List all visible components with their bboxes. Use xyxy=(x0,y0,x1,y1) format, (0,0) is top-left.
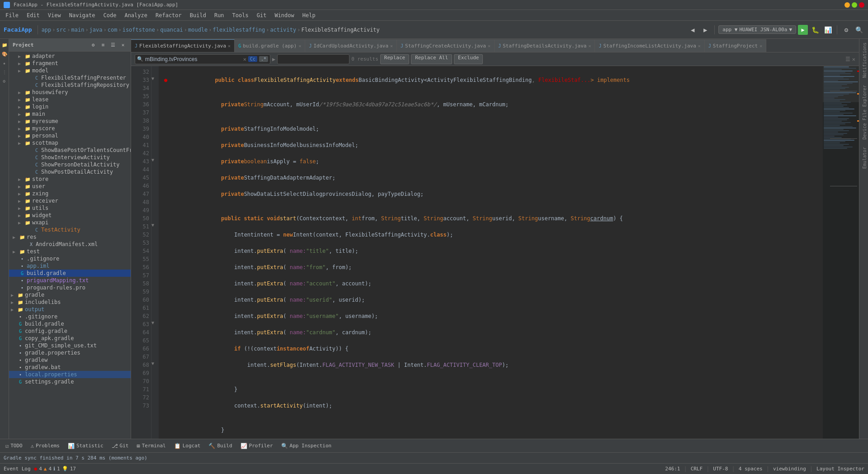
tab-flexible-staffing[interactable]: J FlexibleStaffingActivity.java ✕ xyxy=(131,39,235,52)
tree-item-showpersondetail[interactable]: ▶ C ShowPersonDetailActivity xyxy=(9,161,131,168)
search-everywhere-button[interactable]: 🔍 xyxy=(854,24,864,35)
breadcrumb-src[interactable]: src xyxy=(57,27,66,33)
tab-close-icon[interactable]: ✕ xyxy=(760,43,762,48)
tab-staffing-details[interactable]: J StaffingDetailsActivity.java ✕ xyxy=(495,39,595,52)
tab-close-icon[interactable]: ✕ xyxy=(390,43,393,48)
tab-close-icon[interactable]: ✕ xyxy=(488,43,491,48)
tree-item-user[interactable]: ▶ 📁 user xyxy=(9,183,131,190)
tree-item-gradlewbat[interactable]: ▶ • gradlew.bat xyxy=(9,364,131,371)
tree-item-model[interactable]: ▶ 📁 model xyxy=(9,67,131,74)
tab-idcard-upload[interactable]: J IdCardUploadActivity.java ✕ xyxy=(305,39,397,52)
tree-item-flexibile-staffing-repository[interactable]: ▶ C FlexibileStaffingRepository xyxy=(9,81,131,89)
tab-git[interactable]: ⎇ Git xyxy=(108,440,132,452)
tree-item-gitignore2[interactable]: ▶ • .gitignore xyxy=(9,313,131,320)
menu-analyze[interactable]: Analyze xyxy=(121,11,151,19)
tree-item-zxing[interactable]: ▶ 📁 zxing xyxy=(9,190,131,197)
project-panel-settings[interactable]: ☰ xyxy=(109,41,117,49)
tab-staffing-project[interactable]: J StaffingProject ✕ xyxy=(705,39,766,52)
tree-item-widget[interactable]: ▶ 📁 widget xyxy=(9,212,131,219)
filter-icon[interactable]: ☰ xyxy=(845,56,850,62)
tab-staffing-income[interactable]: J StaffingIncomeListActivity.java ✕ xyxy=(595,39,704,52)
debug-button[interactable]: 🐛 xyxy=(810,24,821,35)
tree-item-myscore[interactable]: ▶ 📁 myscore xyxy=(9,125,131,132)
tab-close-icon[interactable]: ✕ xyxy=(698,43,701,48)
menu-window[interactable]: Window xyxy=(271,11,297,19)
code-content[interactable]: ● public class FlexibileStaffingActivity… xyxy=(159,66,823,439)
project-panel-gear[interactable]: ⚙ xyxy=(89,41,97,49)
tree-item-androidmanifest[interactable]: ▶ X AndroidManifest.xml xyxy=(9,241,131,248)
tab-staffing-create[interactable]: J StaffingCreateActivity.java ✕ xyxy=(397,39,495,52)
tree-item-housewifery[interactable]: ▶ 📁 housewifery xyxy=(9,89,131,96)
tree-item-showinterview[interactable]: ▶ C ShowInterviewActivity xyxy=(9,154,131,161)
back-button[interactable]: ◀ xyxy=(687,24,698,35)
tab-build-gradle-app[interactable]: G build.gradle (app) ✕ xyxy=(235,39,305,52)
forward-button[interactable]: ▶ xyxy=(700,24,711,35)
menu-code[interactable]: Code xyxy=(100,11,120,19)
device-file-explorer-label[interactable]: Device File Explorer xyxy=(859,81,868,143)
replace-input[interactable] xyxy=(279,56,347,62)
notifications-label[interactable]: Notifications xyxy=(859,39,868,81)
tree-item-testactivity[interactable]: ▶ C TestActivity xyxy=(9,226,131,233)
tab-build[interactable]: 🔨 Build xyxy=(205,440,236,452)
tree-item-gitignore1[interactable]: ▶ • .gitignore xyxy=(9,255,131,262)
menu-edit[interactable]: Edit xyxy=(23,11,43,19)
status-event-log[interactable]: Event Log xyxy=(4,466,31,472)
fold-arrow-68[interactable]: ▼ xyxy=(151,359,159,367)
close-button[interactable]: ✕ xyxy=(859,2,864,8)
tree-item-copyapkgradle[interactable]: ▶ G copy_apk.gradle xyxy=(9,335,131,342)
tree-item-gradleprops[interactable]: ▶ • gradle.properties xyxy=(9,349,131,356)
tree-item-showpostdetail[interactable]: ▶ C ShowPostDetailActivity xyxy=(9,168,131,175)
tree-item-lease[interactable]: ▶ 📁 lease xyxy=(9,96,131,103)
tree-item-gradle-dir[interactable]: ▶ 📁 gradle xyxy=(9,291,131,299)
tree-item-includelibs[interactable]: ▶ 📁 includelibs xyxy=(9,299,131,306)
menu-refactor[interactable]: Refactor xyxy=(152,11,185,19)
resource-manager-icon[interactable]: 🎨 xyxy=(0,50,9,58)
status-indent[interactable]: 4 spaces xyxy=(739,466,763,472)
tree-item-appiml[interactable]: ▶ • app.iml xyxy=(9,262,131,270)
status-line-ending[interactable]: CRLF xyxy=(691,466,703,472)
project-icon[interactable]: 📁 xyxy=(0,41,9,49)
fold-arrow-63[interactable]: ▼ xyxy=(151,318,159,327)
menu-navigate[interactable]: Navigate xyxy=(66,11,99,19)
tree-item-test[interactable]: ▶ 📁 test xyxy=(9,248,131,255)
status-warnings[interactable]: ● 4 ▲ 4 ℹ 1 💡 17 xyxy=(34,466,76,472)
tree-item-localprops[interactable]: ▶ • local.properties xyxy=(9,371,131,378)
restore-button[interactable]: ❐ xyxy=(852,2,857,8)
project-panel-collapse[interactable]: ≡ xyxy=(99,41,107,49)
tree-item-myresume[interactable]: ▶ 📁 myresume xyxy=(9,118,131,125)
run-button[interactable]: ▶ xyxy=(798,25,808,35)
breadcrumb-com[interactable]: com xyxy=(108,27,118,33)
window-controls[interactable]: — ❐ ✕ xyxy=(844,2,864,8)
breadcrumb-flexiblestaffing[interactable]: flexiblestaffing xyxy=(213,27,265,33)
build-variants-icon[interactable]: ⚙ xyxy=(0,77,9,85)
close-search-icon[interactable]: ✕ xyxy=(852,56,855,62)
fold-arrow-43[interactable]: ▼ xyxy=(151,156,159,164)
tree-item-gradlew[interactable]: ▶ • gradlew xyxy=(9,356,131,364)
tree-item-scottmap[interactable]: ▶ 📁 scottmap xyxy=(9,139,131,147)
status-layout-inspector[interactable]: Layout Inspector xyxy=(816,466,864,472)
status-charset[interactable]: UTF-8 xyxy=(713,466,728,472)
menu-file[interactable]: File xyxy=(2,11,22,19)
menu-tools[interactable]: Tools xyxy=(229,11,252,19)
tab-profiler[interactable]: 📈 Profiler xyxy=(237,440,277,452)
tree-item-buildgradle-root[interactable]: ▶ G build.gradle xyxy=(9,320,131,327)
tree-item-wxapi[interactable]: ▶ 📁 wxapi xyxy=(9,219,131,226)
exclude-button[interactable]: Exclude xyxy=(454,54,483,64)
tab-problems[interactable]: ⚠ Problems xyxy=(27,440,63,452)
breadcrumb-isoftstone[interactable]: isoftstone xyxy=(123,27,155,33)
tree-item-flexibile-staffing-presenter[interactable]: ▶ C FlexibileStaffingPresenter xyxy=(9,74,131,81)
tree-item-res[interactable]: ▶ 📁 res xyxy=(9,233,131,241)
structure-icon[interactable]: ⋮ xyxy=(0,68,9,76)
tree-item-adapter[interactable]: ▶ 📁 adapter xyxy=(9,52,131,60)
tree-item-gitcmd[interactable]: ▶ • git_CMD_simple_use.txt xyxy=(9,342,131,349)
status-cursor[interactable]: 246:1 xyxy=(665,466,680,472)
tree-item-output[interactable]: ▶ 📁 output xyxy=(9,306,131,313)
case-sensitive-toggle[interactable]: Cc xyxy=(248,56,257,62)
tree-item-login[interactable]: ▶ 📁 login xyxy=(9,103,131,110)
menu-view[interactable]: View xyxy=(44,11,65,19)
breadcrumb-activity[interactable]: activity xyxy=(270,27,296,33)
tree-item-configgradle[interactable]: ▶ G config.gradle xyxy=(9,327,131,335)
tab-todo[interactable]: ☑ TODO xyxy=(2,440,26,452)
tree-item-proguardmapping[interactable]: ▶ • priguardMapping.txt xyxy=(9,277,131,284)
breadcrumb-java[interactable]: java xyxy=(90,27,103,33)
